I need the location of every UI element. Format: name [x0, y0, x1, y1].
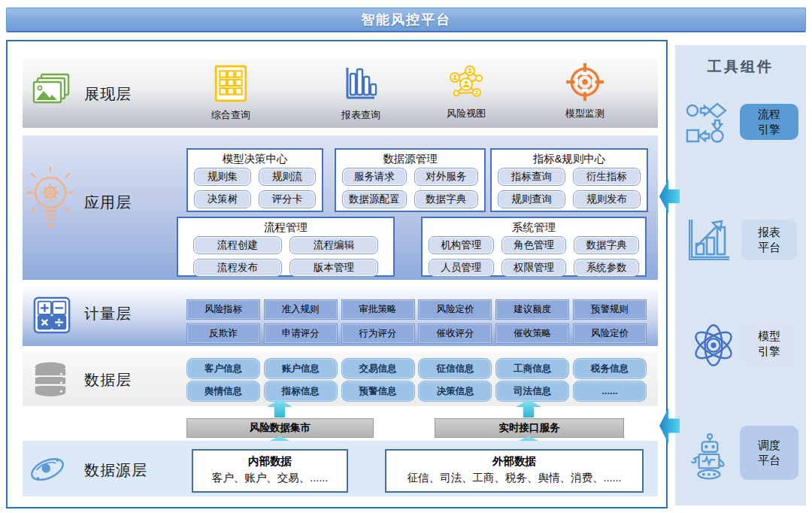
network-icon: [447, 63, 485, 101]
tool-components-title: 工具组件: [675, 57, 806, 77]
data-item: 指标信息: [265, 381, 337, 401]
pres-item: 综合查询: [184, 65, 277, 122]
measure-item: 预警规则: [574, 300, 646, 319]
group-datasource-mgmt: 数据源管理 服务请求 对外服务 数据源配置 数据字典: [335, 148, 486, 212]
datasource-layer-label: 数据源层: [84, 460, 147, 481]
measure-item: 准入规则: [265, 300, 337, 319]
barchart-icon: [344, 65, 378, 102]
app-item: 数据字典: [574, 236, 639, 254]
measure-item: 风险定价: [574, 324, 646, 343]
data-item: 决策信息: [419, 381, 491, 401]
tool-scheduler-platform: 调度平台: [740, 426, 798, 480]
app-item: 权限管理: [501, 259, 567, 277]
database-icon: [32, 361, 69, 397]
pres-item-label: 模型监测: [538, 107, 632, 120]
tool-label: 报表平台: [757, 225, 781, 256]
external-data-title: 外部数据: [386, 454, 642, 469]
app-item: 流程编辑: [289, 236, 378, 254]
measure-item: 行为评分: [342, 324, 414, 343]
app-item: 决策树: [194, 190, 251, 208]
pres-item-label: 风险视图: [420, 107, 513, 120]
bulb-gear-icon: [27, 167, 74, 236]
app-item: 人员管理: [429, 259, 494, 277]
grid-icon: [214, 65, 248, 102]
pictures-icon: [32, 72, 72, 110]
group-process-mgmt: 流程管理 流程创建 流程编辑 流程发布 版本管理: [177, 217, 395, 277]
internal-data-box: 内部数据 客户、账户、交易、......: [192, 449, 348, 493]
tool-report-platform: 报表平台: [741, 220, 797, 260]
app-item: 流程发布: [193, 259, 282, 277]
measurement-row-2: 反欺诈 申请评分 行为评分 催收评分 催收策略 风险定价: [187, 324, 646, 343]
app-item: 规则流: [259, 168, 316, 186]
data-row-1: 客户信息 账户信息 交易信息 征信信息 工商信息 税务信息: [187, 359, 646, 378]
connector-label: 实时接口服务: [499, 421, 560, 435]
group-title: 流程管理: [178, 220, 393, 235]
connector-label: 风险数据集市: [250, 421, 311, 435]
report-platform-icon: [686, 217, 732, 263]
external-data-box: 外部数据 征信、司法、工商、税务、舆情、消费、......: [385, 449, 644, 493]
group-indicator-rule-center: 指标&规则中心 指标查询 衍生指标 规则查询 规则发布: [490, 148, 648, 212]
data-item: 工商信息: [496, 359, 568, 378]
data-row-2: 舆情信息 指标信息 预警信息 决策信息 司法信息 ......: [187, 381, 646, 401]
pres-item: 报表查询: [314, 65, 408, 122]
group-title: 数据源管理: [336, 151, 484, 166]
risk-platform-diagram: 智能风控平台 展现层 综合查询: [0, 0, 812, 513]
app-item: 规则发布: [573, 190, 641, 208]
measure-item: 催收策略: [496, 324, 568, 343]
measure-item: 审批策略: [342, 300, 414, 319]
app-item: 版本管理: [289, 259, 378, 277]
measure-item: 风险定价: [419, 300, 491, 319]
app-item: 流程创建: [193, 236, 282, 254]
measure-item: 申请评分: [265, 324, 337, 343]
internal-data-title: 内部数据: [193, 454, 347, 469]
group-title: 模型决策中心: [188, 151, 322, 166]
measure-item: 反欺诈: [187, 324, 259, 343]
calculator-icon: [33, 296, 71, 334]
page-title: 智能风控平台: [361, 11, 451, 29]
app-item: 机构管理: [429, 236, 494, 254]
target-icon: [566, 63, 604, 101]
measure-item: 建议额度: [496, 300, 568, 319]
flow-engine-icon: [684, 101, 729, 146]
app-item: 服务请求: [342, 168, 407, 186]
measure-item: 催收评分: [419, 324, 491, 343]
measurement-row-1: 风险指标 准入规则 审批策略 风险定价 建议额度 预警规则: [187, 300, 646, 319]
app-item: 对外服务: [414, 168, 479, 186]
data-layer-label: 数据层: [84, 370, 132, 390]
pres-item-label: 报表查询: [314, 108, 408, 122]
app-item: 角色管理: [501, 236, 567, 254]
model-engine-icon: [690, 319, 737, 372]
pres-item: 风险视图: [420, 63, 513, 120]
presentation-layer-label: 展现层: [84, 84, 132, 105]
data-item: 客户信息: [187, 359, 259, 378]
pres-item-label: 综合查询: [184, 108, 277, 122]
tool-label: 模型引擎: [757, 329, 781, 360]
app-item: 数据源配置: [342, 190, 407, 208]
app-item: 评分卡: [259, 190, 316, 208]
data-item: 账户信息: [265, 359, 337, 378]
app-item: 指标查询: [498, 168, 565, 186]
group-model-decision: 模型决策中心 规则集 规则流 决策树 评分卡: [186, 148, 323, 212]
data-item: 征信信息: [419, 359, 491, 378]
app-item: 规则集: [194, 168, 251, 186]
application-layer-label: 应用层: [84, 193, 132, 213]
measurement-layer-label: 计量层: [84, 304, 132, 324]
tool-model-engine: 模型引擎: [741, 322, 797, 366]
connector-risk-data-mart: 风险数据集市: [186, 418, 374, 438]
group-title: 指标&规则中心: [492, 151, 647, 166]
data-item: ......: [574, 381, 646, 401]
measure-item: 风险指标: [187, 300, 259, 319]
tool-flow-engine: 流程引擎: [740, 104, 798, 140]
group-system-mgmt: 系统管理 机构管理 角色管理 数据字典 人员管理 权限管理 系统参数: [421, 217, 647, 277]
data-item: 交易信息: [342, 359, 414, 378]
tool-label: 流程引擎: [757, 107, 781, 138]
galaxy-icon: [27, 451, 68, 487]
data-item: 税务信息: [574, 359, 646, 378]
data-item: 预警信息: [342, 381, 414, 401]
app-item: 规则查询: [498, 190, 565, 208]
pres-item: 模型监测: [538, 63, 632, 120]
app-item: 衍生指标: [573, 168, 641, 186]
app-item: 数据字典: [414, 190, 479, 208]
app-item: 系统参数: [574, 259, 639, 277]
internal-data-desc: 客户、账户、交易、......: [193, 471, 347, 485]
